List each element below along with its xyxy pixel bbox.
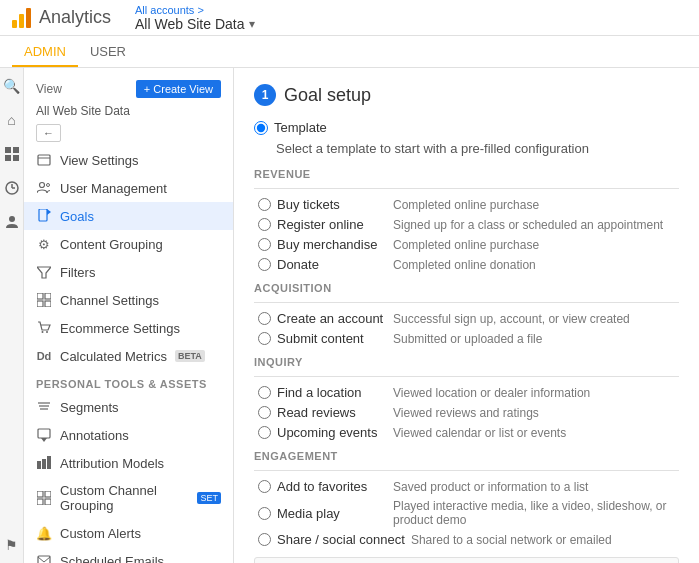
personal-tools-label: PERSONAL TOOLS & ASSETS — [24, 370, 233, 393]
read-reviews-desc: Viewed reviews and ratings — [393, 406, 539, 420]
dashboard-icon[interactable] — [2, 144, 22, 164]
sidebar-item-custom-alerts[interactable]: 🔔 Custom Alerts — [24, 519, 233, 547]
add-favorites-radio[interactable] — [258, 480, 271, 493]
find-location-desc: Viewed location or dealer information — [393, 386, 590, 400]
goal-option-create-account[interactable]: Create an account Successful sign up, ac… — [254, 311, 679, 326]
sidebar-item-goals[interactable]: Goals — [24, 202, 233, 230]
read-reviews-radio[interactable] — [258, 406, 271, 419]
submit-content-desc: Submitted or uploaded a file — [393, 332, 542, 346]
svg-marker-25 — [41, 438, 47, 442]
buy-tickets-name: Buy tickets — [277, 197, 387, 212]
user-management-icon — [36, 180, 52, 196]
goal-option-register-online[interactable]: Register online Signed up for a class or… — [254, 217, 679, 232]
goal-setup-title: Goal setup — [284, 85, 371, 106]
sidebar-item-ecommerce-settings[interactable]: Ecommerce Settings — [24, 314, 233, 342]
svg-rect-24 — [38, 429, 50, 438]
svg-rect-2 — [5, 155, 11, 161]
goal-option-add-favorites[interactable]: Add to favorites Saved product or inform… — [254, 479, 679, 494]
find-location-radio[interactable] — [258, 386, 271, 399]
icon-sidebar: 🔍 ⌂ ⚑ — [0, 68, 24, 563]
svg-rect-12 — [39, 209, 47, 221]
sidebar-item-calculated-metrics[interactable]: Dd Calculated Metrics BETA — [24, 342, 233, 370]
logo-area: Analytics — [12, 7, 111, 28]
clock-icon[interactable] — [2, 178, 22, 198]
upcoming-events-radio[interactable] — [258, 426, 271, 439]
template-label: Template — [274, 120, 327, 135]
sidebar-item-scheduled-emails[interactable]: Scheduled Emails — [24, 547, 233, 563]
person-icon[interactable] — [2, 212, 22, 232]
ecommerce-settings-label: Ecommerce Settings — [60, 321, 180, 336]
template-option[interactable]: Template — [254, 120, 679, 135]
beta-badge: BETA — [175, 350, 205, 362]
segments-icon — [36, 399, 52, 415]
custom-channel-grouping-icon — [36, 490, 52, 506]
sidebar-item-content-grouping[interactable]: ⚙ Content Grouping — [24, 230, 233, 258]
calculated-metrics-label: Calculated Metrics — [60, 349, 167, 364]
share-social-name: Share / social connect — [277, 532, 405, 547]
goal-option-upcoming-events[interactable]: Upcoming events Viewed calendar or list … — [254, 425, 679, 440]
sub-nav: ADMIN USER — [0, 36, 699, 68]
breadcrumb-link[interactable]: All accounts > — [135, 4, 254, 16]
step-circle: 1 — [254, 84, 276, 106]
buy-merchandise-radio[interactable] — [258, 238, 271, 251]
flag-icon[interactable]: ⚑ — [2, 535, 22, 555]
sidebar-item-filters[interactable]: Filters — [24, 258, 233, 286]
breadcrumb: All accounts > All Web Site Data ▾ — [135, 4, 254, 32]
attribution-models-icon — [36, 455, 52, 471]
search-icon[interactable]: 🔍 — [2, 76, 22, 96]
view-settings-icon — [36, 152, 52, 168]
goal-option-donate[interactable]: Donate Completed online donation — [254, 257, 679, 272]
goal-option-share-social[interactable]: Share / social connect Shared to a socia… — [254, 532, 679, 547]
svg-rect-29 — [37, 491, 43, 497]
svg-point-20 — [46, 331, 48, 333]
tab-user[interactable]: USER — [78, 36, 138, 67]
goal-option-submit-content[interactable]: Submit content Submitted or uploaded a f… — [254, 331, 679, 346]
svg-rect-28 — [47, 456, 51, 469]
channel-settings-label: Channel Settings — [60, 293, 159, 308]
sidebar-item-attribution-models[interactable]: Attribution Models — [24, 449, 233, 477]
submit-content-radio[interactable] — [258, 332, 271, 345]
breadcrumb-dropdown-icon[interactable]: ▾ — [249, 17, 255, 31]
goal-option-find-location[interactable]: Find a location Viewed location or deale… — [254, 385, 679, 400]
sidebar-item-annotations[interactable]: Annotations — [24, 421, 233, 449]
goal-option-buy-tickets[interactable]: Buy tickets Completed online purchase — [254, 197, 679, 212]
goal-option-buy-merchandise[interactable]: Buy merchandise Completed online purchas… — [254, 237, 679, 252]
media-play-radio[interactable] — [258, 507, 271, 520]
template-radio[interactable] — [254, 121, 268, 135]
sidebar-item-channel-settings[interactable]: Channel Settings — [24, 286, 233, 314]
breadcrumb-current[interactable]: All Web Site Data ▾ — [135, 16, 254, 32]
goal-option-read-reviews[interactable]: Read reviews Viewed reviews and ratings — [254, 405, 679, 420]
svg-rect-1 — [13, 147, 19, 153]
nav-view-row: View + Create View — [24, 76, 233, 102]
back-button[interactable]: ← — [36, 124, 61, 142]
revenue-label: REVENUE — [254, 168, 679, 180]
smart-goal-section: Smart Goal Smart Goal not available. Mea… — [254, 557, 679, 563]
content-grouping-label: Content Grouping — [60, 237, 163, 252]
sidebar-item-segments[interactable]: Segments — [24, 393, 233, 421]
goal-option-media-play[interactable]: Media play Played interactive media, lik… — [254, 499, 679, 527]
create-account-radio[interactable] — [258, 312, 271, 325]
svg-rect-31 — [37, 499, 43, 505]
custom-channel-grouping-label: Custom Channel Grouping — [60, 483, 189, 513]
svg-rect-16 — [45, 293, 51, 299]
create-account-name: Create an account — [277, 311, 387, 326]
home-icon[interactable]: ⌂ — [2, 110, 22, 130]
donate-radio[interactable] — [258, 258, 271, 271]
buy-tickets-radio[interactable] — [258, 198, 271, 211]
share-social-radio[interactable] — [258, 533, 271, 546]
filters-icon — [36, 264, 52, 280]
sidebar-item-custom-channel-grouping[interactable]: Custom Channel Grouping SET — [24, 477, 233, 519]
register-online-name: Register online — [277, 217, 387, 232]
inquiry-label: INQUIRY — [254, 356, 679, 368]
register-online-desc: Signed up for a class or scheduled an ap… — [393, 218, 663, 232]
create-view-button[interactable]: + Create View — [136, 80, 221, 98]
sidebar-item-user-management[interactable]: User Management — [24, 174, 233, 202]
content-grouping-icon: ⚙ — [36, 236, 52, 252]
register-online-radio[interactable] — [258, 218, 271, 231]
tab-admin[interactable]: ADMIN — [12, 36, 78, 67]
analytics-logo — [12, 8, 31, 28]
svg-rect-15 — [37, 293, 43, 299]
content-panel: 1 Goal setup Template Select a template … — [234, 68, 699, 563]
sidebar-item-view-settings[interactable]: View Settings — [24, 146, 233, 174]
svg-rect-32 — [45, 499, 51, 505]
